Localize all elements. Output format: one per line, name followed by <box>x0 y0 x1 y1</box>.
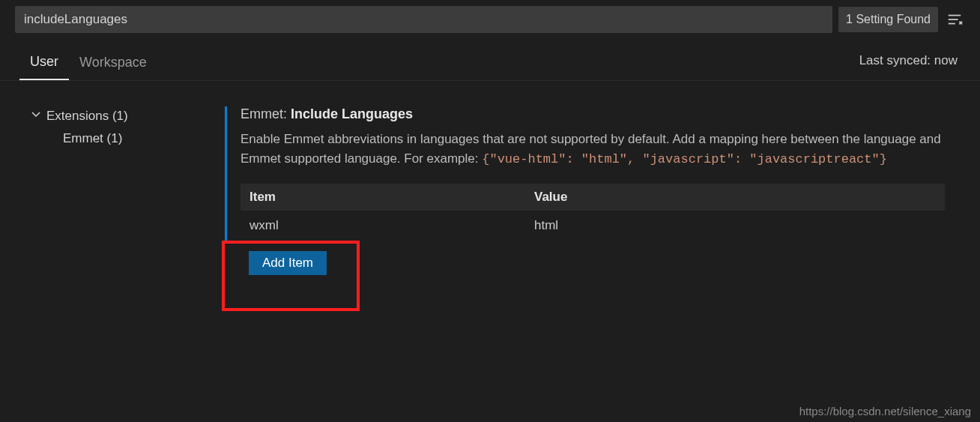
setting-description: Enable Emmet abbreviations in languages … <box>241 130 945 170</box>
cell-item: wxml <box>249 218 534 233</box>
kv-table: Item Value wxml html <box>241 184 945 241</box>
tree-item-emmet[interactable]: Emmet (1) <box>30 127 217 149</box>
setting-emmet-include-languages: Emmet: Include Languages Enable Emmet ab… <box>225 106 965 241</box>
sync-status: Last synced: now <box>859 53 961 74</box>
settings-search-input[interactable] <box>15 6 832 33</box>
table-row[interactable]: wxml html <box>241 211 945 241</box>
table-header: Item Value <box>241 184 945 211</box>
tree-item-extensions[interactable]: Extensions (1) <box>30 105 217 127</box>
annotation-highlight: Add Item <box>222 241 360 311</box>
add-item-button[interactable]: Add Item <box>249 251 327 275</box>
col-head-value: Value <box>534 190 936 205</box>
settings-tree: Extensions (1) Emmet (1) <box>0 90 225 311</box>
tree-item-label: Extensions (1) <box>46 109 128 124</box>
tab-user[interactable]: User <box>19 46 69 80</box>
watermark: https://blog.csdn.net/silence_xiang <box>799 405 971 418</box>
filter-icon[interactable] <box>944 9 965 30</box>
setting-title-name: Include Languages <box>291 106 413 121</box>
setting-title: Emmet: Include Languages <box>241 106 965 122</box>
col-head-item: Item <box>249 190 534 205</box>
setting-title-prefix: Emmet: <box>241 106 291 121</box>
setting-desc-code: {"vue-html": "html", "javascript": "java… <box>482 152 887 166</box>
chevron-down-icon <box>30 108 42 124</box>
cell-value: html <box>534 218 936 233</box>
tab-workspace[interactable]: Workspace <box>69 47 157 79</box>
results-count-badge: 1 Setting Found <box>838 7 938 32</box>
